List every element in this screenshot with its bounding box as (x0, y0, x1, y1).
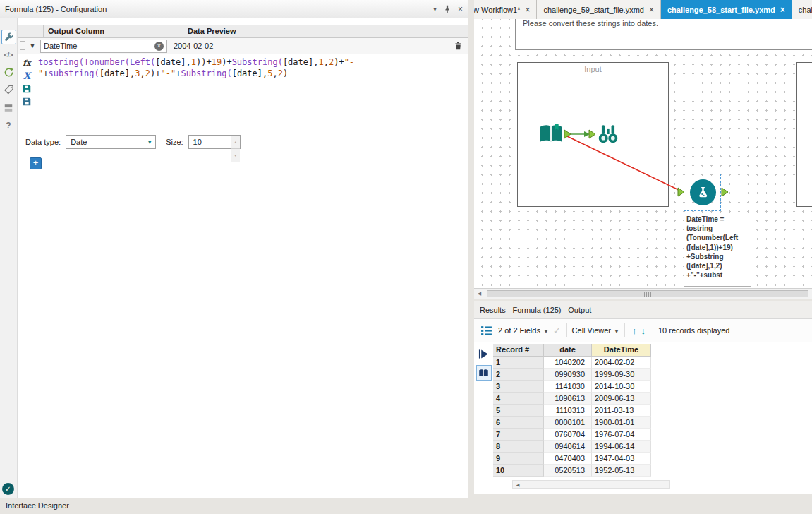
formula-tool-selection[interactable] (684, 174, 721, 211)
column-header[interactable]: date (544, 344, 592, 357)
column-header[interactable]: DateTime (592, 344, 651, 357)
table-row[interactable]: 600001011900-01-01 (493, 417, 651, 429)
tag-icon[interactable] (1, 83, 16, 97)
results-panel-header: Results - Formula (125) - Output (474, 301, 812, 319)
add-expression-button[interactable]: + (30, 157, 42, 169)
apply-check-icon: ✓ (553, 325, 562, 336)
results-header-row: Record #dateDateTime (493, 344, 651, 357)
move-down-icon[interactable]: ↓ (641, 325, 646, 336)
xml-view-icon[interactable]: </> (1, 47, 16, 62)
cell-viewer-dropdown[interactable]: Cell Viewer▼ (572, 326, 619, 335)
tab-label: w Workflow1* (474, 6, 520, 14)
spinner-up-icon[interactable]: ▲ (231, 136, 240, 148)
data-view-book-icon[interactable] (476, 365, 492, 381)
variables-icon[interactable]: X (20, 70, 34, 82)
table-view-icon[interactable] (478, 323, 494, 338)
workflow-canvas[interactable]: Please convert these strings into dates.… (474, 19, 812, 288)
configuration-titlebar: Formula (125) - Configuration ▾ × (0, 0, 468, 18)
output-column-header: Output Column (44, 25, 183, 37)
formula-code[interactable]: tostring(Tonumber(Left([date],1))+19)+Su… (35, 54, 468, 131)
dropdown-chevron-icon: ▼ (144, 139, 155, 145)
results-body: Record #dateDateTime 110402022004-02-022… (474, 342, 812, 494)
record-number-cell: 4 (493, 393, 544, 405)
data-cell: 2014-10-30 (592, 381, 651, 393)
records-info: 10 records displayed (658, 326, 730, 335)
data-cell: 0470403 (544, 453, 592, 465)
delete-expression-button[interactable] (448, 41, 468, 51)
canvas-horizontal-scrollbar[interactable]: ◀ (474, 288, 812, 299)
table-row[interactable]: 904704031947-04-03 (493, 453, 651, 465)
data-type-dropdown[interactable]: Date ▼ (66, 135, 156, 149)
workflow-tab[interactable]: challenge_59_start_file.yxmd× (537, 0, 661, 19)
output-grid-header: Output Column Data Preview (18, 25, 468, 38)
grid-header-blank (18, 25, 44, 37)
table-row[interactable]: 809406141994-06-14 (493, 441, 651, 453)
data-cell: 1976-07-04 (592, 429, 651, 441)
output-anchor-nav-icon[interactable] (476, 346, 492, 361)
output-field-row[interactable]: ▼ DateTime × 2004-02-02 (18, 38, 468, 54)
load-expression-icon[interactable] (20, 95, 34, 107)
scroll-left-icon[interactable]: ◀ (513, 482, 523, 487)
row-expand-chevron-icon[interactable]: ▼ (25, 42, 40, 49)
fields-dropdown[interactable]: 2 of 2 Fields▼ (498, 326, 549, 335)
tab-close-icon[interactable]: × (649, 5, 654, 15)
close-icon[interactable]: × (458, 4, 463, 14)
results-toolbar: 2 of 2 Fields▼ ✓ Cell Viewer▼ ↑ ↓ 10 rec… (474, 319, 812, 342)
record-number-cell: 10 (493, 465, 544, 477)
table-row[interactable]: 707607041976-07-04 (493, 429, 651, 441)
tab-close-icon[interactable]: × (780, 5, 785, 15)
scrollbar-track[interactable] (485, 289, 812, 299)
clear-field-icon[interactable]: × (154, 42, 164, 51)
move-up-icon[interactable]: ↑ (632, 325, 637, 336)
workflow-tab[interactable]: challenge_58_start_file.yxmd× (661, 0, 792, 19)
status-bar: Interface Designer (0, 498, 812, 514)
pin-icon[interactable] (443, 5, 452, 13)
workflow-area: w Workflow1*×challenge_59_start_file.yxm… (474, 0, 812, 494)
save-expression-icon[interactable] (20, 83, 34, 95)
refresh-icon[interactable] (1, 65, 16, 80)
table-row[interactable]: 1005205131952-05-13 (493, 465, 651, 477)
scroll-left-icon[interactable]: ◀ (474, 289, 485, 299)
scrollbar-thumb[interactable] (487, 290, 808, 297)
cell-viewer-chevron-icon: ▼ (614, 328, 619, 335)
input-data-tool[interactable] (538, 121, 564, 148)
size-input[interactable]: 10 ▲ ▼ (188, 135, 241, 149)
table-row[interactable]: 311410302014-10-30 (493, 381, 651, 393)
record-number-cell: 5 (493, 405, 544, 417)
table-row[interactable]: 410906132009-06-13 (493, 393, 651, 405)
table-row[interactable]: 511103132011-03-13 (493, 405, 651, 417)
cell-viewer-label: Cell Viewer (572, 326, 611, 335)
output-column-name-input[interactable]: DateTime × (40, 40, 167, 53)
size-spinner[interactable]: ▲ ▼ (231, 136, 240, 148)
panel-menu-chevron-icon[interactable]: ▾ (433, 5, 437, 13)
tab-close-icon[interactable]: × (525, 5, 530, 15)
output-column-name: DateTime (44, 42, 77, 50)
results-side-strip (474, 342, 493, 494)
fields-chevron-icon: ▼ (543, 328, 549, 335)
layers-icon[interactable] (1, 100, 16, 115)
workflow-tab[interactable]: chall (792, 0, 812, 19)
browse-tool[interactable] (595, 121, 622, 148)
data-cell: 0000101 (544, 417, 592, 429)
tab-label: challenge_59_start_file.yxmd (543, 6, 643, 14)
formula-tool[interactable] (690, 179, 716, 205)
functions-icon[interactable]: fx (20, 57, 34, 69)
data-cell: 0760704 (544, 429, 592, 441)
formula-output-anchor-icon (722, 188, 728, 196)
data-cell: 2004-02-02 (592, 357, 651, 369)
row-grip-handle[interactable] (20, 41, 25, 51)
help-icon[interactable]: ? (1, 118, 16, 133)
table-row[interactable]: 110402022004-02-02 (493, 357, 651, 369)
column-header[interactable]: Record # (493, 344, 544, 357)
book-icon (538, 121, 564, 147)
record-number-cell: 3 (493, 381, 544, 393)
tool-annotation[interactable]: DateTime =tostring(Tonumber(Left([date],… (684, 213, 751, 287)
data-cell: 1994-06-14 (592, 441, 651, 453)
configuration-tab-wrench-icon[interactable] (1, 30, 16, 44)
table-row[interactable]: 209909301999-09-30 (493, 369, 651, 381)
configuration-panel: Formula (125) - Configuration ▾ × </> ? … (0, 0, 468, 498)
spinner-down-icon[interactable]: ▼ (231, 148, 240, 162)
results-horizontal-scrollbar[interactable]: ◀ (512, 480, 670, 489)
data-cell: 1110313 (544, 405, 592, 417)
workflow-tab[interactable]: w Workflow1*× (474, 0, 537, 19)
